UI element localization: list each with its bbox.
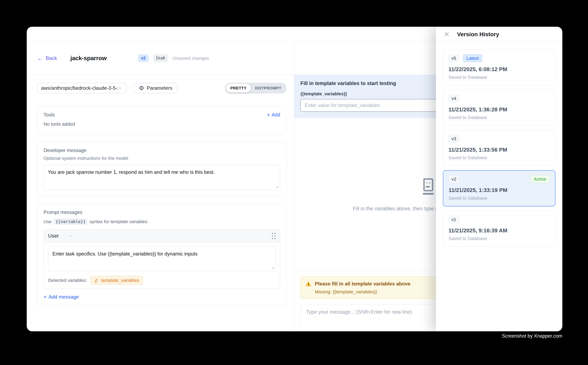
version-timestamp: 11/22/2025, 6:08:12 PM [449, 66, 550, 72]
chevron-down-icon [118, 86, 122, 90]
version-card-v3[interactable]: v3 11/21/2025, 1:33:56 PM Saved to Datab… [443, 130, 555, 166]
add-message-label: Add message [48, 294, 79, 300]
add-message-button[interactable]: + Add message [44, 294, 280, 300]
resize-grip-icon [275, 185, 279, 188]
version-history-header: Version History [436, 27, 562, 42]
page-title: jack-sparrow [70, 55, 107, 62]
version-timestamp: 11/21/2025, 1:33:56 PM [449, 147, 550, 153]
developer-message-subtitle: Optional system instructions for the mod… [44, 156, 280, 161]
toggle-pretty[interactable]: PRETTY [226, 84, 251, 92]
warning-title: Please fill in all template variables ab… [315, 281, 410, 287]
tools-card-header: Tools + Add [44, 112, 280, 118]
active-badge: Active [530, 175, 550, 183]
prompt-editor-column: ← Back jack-sparrow v2 Draft Unsaved cha… [27, 42, 294, 331]
version-timestamp: 11/21/2025, 1:33:19 PM [449, 187, 550, 193]
plus-icon: + [44, 294, 47, 300]
version-timestamp: 11/21/2025, 9:16:39 AM [449, 227, 550, 234]
version-number-badge: v1 [449, 216, 459, 223]
detected-variable-name: template_variables [101, 278, 139, 283]
version-card-v5[interactable]: v5 Latest 11/22/2025, 6:08:12 PM Saved t… [443, 49, 555, 85]
latest-badge: Latest [463, 54, 482, 62]
developer-message-card: Developer message Optional system instru… [37, 142, 287, 196]
back-label: Back [46, 55, 57, 61]
warning-triangle-icon [305, 281, 311, 287]
version-status: Saved to Database [449, 155, 550, 160]
resize-grip-icon [271, 266, 274, 269]
version-card-v1[interactable]: v1 11/21/2025, 9:16:39 AM Saved to Datab… [443, 211, 555, 247]
unsaved-changes-label: Unsaved changes [173, 56, 209, 61]
version-status: Saved to Database [449, 115, 550, 120]
back-arrow-icon: ← [37, 55, 43, 61]
version-number-badge: v3 [449, 135, 459, 143]
detected-variables-label: Detected variables: [48, 278, 87, 283]
version-card-badges: v2 Active [449, 175, 550, 183]
version-badge: v2 [138, 54, 148, 62]
gear-icon: ⚙ [139, 85, 144, 91]
version-card-v4[interactable]: v4 11/21/2025, 1:36:28 PM Saved to Datab… [443, 90, 555, 126]
robot-icon [419, 177, 438, 196]
developer-message-textarea[interactable]: You are jack sparrow number 1, respond a… [44, 165, 280, 190]
syntax-code-chip: {{variable}} [54, 218, 87, 225]
format-toggle: PRETTY DOTPROMPT [225, 83, 287, 94]
tools-empty-text: No tools added [44, 121, 280, 127]
message-body: Enter task specifics. Use {{template_var… [44, 243, 280, 288]
drag-handle-icon[interactable] [272, 233, 276, 239]
model-select[interactable]: aws/anthropic/bedrock-claude-3-5-s... [37, 83, 126, 93]
chevron-down-icon [69, 234, 73, 238]
prompt-messages-title: Prompt messages [44, 210, 280, 215]
watermark-label: Screenshot by Xnapper.com [502, 333, 562, 339]
version-history-title: Version History [457, 31, 499, 38]
tools-card: Tools + Add No tools added [37, 106, 287, 134]
draft-status-badge: Draft [153, 54, 168, 62]
version-card-badges: v4 [449, 95, 550, 102]
version-status: Saved to Database [449, 236, 550, 241]
version-number-badge: v2 [449, 175, 459, 183]
version-card-badges: v5 Latest [449, 54, 550, 62]
plus-icon: + [267, 112, 270, 118]
message-block: User Enter task specifics. Use {{templat… [44, 229, 280, 289]
version-status: Saved to Database [449, 196, 550, 201]
editor-content: aws/anthropic/bedrock-claude-3-5-s... ⚙ … [27, 75, 294, 331]
detected-variables-row: Detected variables: template_variables [48, 276, 276, 285]
version-number-badge: v4 [449, 95, 459, 102]
pencil-line-icon [94, 278, 99, 283]
version-history-panel: Version History v5 Latest 11/22/2025, 6:… [436, 27, 562, 331]
version-timestamp: 11/21/2025, 1:36:28 PM [449, 106, 550, 113]
message-role-header: User [44, 230, 280, 243]
developer-message-title: Developer message [44, 147, 280, 153]
version-card-badges: v3 [449, 135, 550, 143]
version-status: Saved to Database [449, 75, 550, 80]
close-icon [444, 31, 450, 37]
model-toolbar: aws/anthropic/bedrock-claude-3-5-s... ⚙ … [37, 83, 287, 94]
message-textarea-wrap: Enter task specifics. Use {{template_var… [48, 246, 276, 271]
syntax-prefix: Use [44, 219, 52, 224]
version-card-badges: v1 [449, 216, 550, 223]
add-tool-label: Add [272, 112, 280, 118]
role-select-value[interactable]: User [48, 233, 59, 239]
page-header: ← Back jack-sparrow v2 Draft Unsaved cha… [27, 42, 294, 75]
close-button[interactable] [444, 31, 450, 37]
version-number-badge: v5 [449, 54, 459, 62]
tools-title: Tools [44, 112, 55, 118]
detected-variable-chip[interactable]: template_variables [90, 276, 143, 285]
parameters-label: Parameters [147, 85, 172, 91]
model-select-value: aws/anthropic/bedrock-claude-3-5-s... [41, 85, 118, 91]
add-tool-button[interactable]: + Add [267, 112, 280, 118]
syntax-hint: Use {{variable}} syntax for template var… [44, 218, 280, 225]
toggle-dotprompt[interactable]: DOTPROMPT [251, 84, 286, 92]
parameters-button[interactable]: ⚙ Parameters [134, 83, 178, 93]
screenshot-background: ← Back jack-sparrow v2 Draft Unsaved cha… [0, 0, 588, 365]
version-list: v5 Latest 11/22/2025, 6:08:12 PM Saved t… [436, 42, 562, 254]
app-window: ← Back jack-sparrow v2 Draft Unsaved cha… [27, 27, 562, 331]
user-message-textarea[interactable]: Enter task specifics. Use {{template_var… [48, 246, 276, 271]
version-card-v2[interactable]: v2 Active 11/21/2025, 1:33:19 PM Saved t… [443, 170, 555, 206]
back-button[interactable]: ← Back [37, 55, 57, 61]
developer-textarea-wrap: You are jack sparrow number 1, respond a… [44, 165, 280, 190]
prompt-messages-card: Prompt messages Use {{variable}} syntax … [37, 204, 287, 306]
syntax-suffix: syntax for template variables [90, 219, 147, 224]
